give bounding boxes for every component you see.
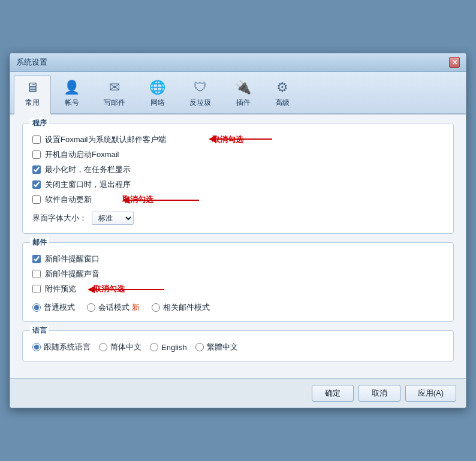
label-attachment-preview: 附件预览 <box>45 284 76 294</box>
checkbox-default-client-row: 设置Foxmail为系统默认邮件客户端 <box>32 134 166 145</box>
checkbox-new-mail-sound[interactable] <box>32 270 41 278</box>
tab-general-label: 常用 <box>25 98 40 108</box>
radio-normal-mode[interactable]: 普通模式 <box>32 302 75 313</box>
font-size-row: 界面字体大小： 小 标准 大 <box>32 212 444 225</box>
tab-bar: 🖥 常用 👤 帐号 ✉ 写邮件 🌐 网络 🛡 反垃圾 🔌 插件 ⚙ 高级 <box>10 72 466 115</box>
program-section: 程序 设置Foxmail为系统默认邮件客户端 取消勾选 <box>22 123 454 234</box>
label-follow-system: 跟随系统语言 <box>44 342 91 352</box>
tab-antispam[interactable]: 🛡 反垃圾 <box>178 76 222 113</box>
radio-follow-system[interactable]: 跟随系统语言 <box>32 342 91 352</box>
label-autostart: 开机自动启动Foxmail <box>45 149 119 160</box>
tab-plugin[interactable]: 🔌 插件 <box>224 76 263 113</box>
radio-simplified-chinese-input[interactable] <box>99 343 107 351</box>
label-related-mode: 相关邮件模式 <box>163 302 210 313</box>
tab-compose[interactable]: ✉ 写邮件 <box>92 76 137 113</box>
radio-simplified-chinese[interactable]: 简体中文 <box>99 342 141 352</box>
apply-button[interactable]: 应用(A) <box>405 385 456 402</box>
program-section-title: 程序 <box>30 118 49 128</box>
radio-english[interactable]: English <box>150 343 187 352</box>
bottom-bar: 确定 取消 应用(A) <box>10 378 466 408</box>
radio-related-mode-input[interactable] <box>152 303 160 312</box>
checkbox-attachment-preview[interactable] <box>32 285 41 293</box>
new-badge: 新 <box>132 303 140 312</box>
tab-advanced-label: 高级 <box>275 98 290 108</box>
checkbox-autostart-row: 开机自动启动Foxmail <box>32 149 444 160</box>
font-size-label: 界面字体大小： <box>32 213 87 224</box>
tab-network-label: 网络 <box>150 98 165 108</box>
checkbox-new-mail-sound-row: 新邮件提醒声音 <box>32 269 444 279</box>
label-traditional-chinese: 繁體中文 <box>207 342 238 352</box>
title-bar: 系统设置 ✕ <box>10 53 466 72</box>
general-icon: 🖥 <box>26 80 39 95</box>
tab-network[interactable]: 🌐 网络 <box>138 76 177 113</box>
tab-account-label: 帐号 <box>65 98 79 108</box>
window-title: 系统设置 <box>16 57 47 68</box>
mail-section: 邮件 新邮件提醒窗口 新邮件提醒声音 附件预览 <box>22 242 454 322</box>
tab-antispam-label: 反垃圾 <box>189 98 211 108</box>
mail-section-title: 邮件 <box>30 237 49 248</box>
label-simplified-chinese: 简体中文 <box>110 342 141 352</box>
radio-normal-mode-input[interactable] <box>32 303 41 312</box>
close-button[interactable]: ✕ <box>449 57 460 68</box>
radio-traditional-chinese[interactable]: 繁體中文 <box>195 342 238 352</box>
language-section: 语言 跟随系统语言 简体中文 English <box>22 330 454 361</box>
tab-plugin-label: 插件 <box>236 98 251 108</box>
annotation-2: 取消勾选 <box>122 194 153 205</box>
checkbox-new-mail-popup[interactable] <box>32 255 41 263</box>
checkbox-close-exit-row: 关闭主窗口时，退出程序 <box>32 179 444 190</box>
label-new-mail-sound: 新邮件提醒声音 <box>45 269 100 279</box>
checkbox-autostart[interactable] <box>32 150 41 159</box>
checkbox-minimize-tray-row: 最小化时，在任务栏显示 <box>32 164 444 175</box>
network-icon: 🌐 <box>149 80 165 95</box>
compose-icon: ✉ <box>109 80 120 95</box>
annotation-3: 取消勾选 <box>94 284 125 294</box>
label-minimize-tray: 最小化时，在任务栏显示 <box>45 164 131 175</box>
label-new-mail-popup: 新邮件提醒窗口 <box>45 254 100 264</box>
checkbox-autoupdate[interactable] <box>32 195 41 204</box>
label-normal-mode: 普通模式 <box>44 302 75 313</box>
checkbox-autoupdate-row: 软件自动更新 <box>32 194 92 205</box>
label-conversation-mode: 会话模式 新 <box>98 302 140 313</box>
language-section-body: 跟随系统语言 简体中文 English 繁體中文 <box>32 342 444 352</box>
font-size-select[interactable]: 小 标准 大 <box>92 212 134 225</box>
language-section-title: 语言 <box>30 326 49 336</box>
radio-conversation-mode-input[interactable] <box>87 303 95 312</box>
tab-general[interactable]: 🖥 常用 <box>14 76 51 115</box>
checkbox-new-mail-popup-row: 新邮件提醒窗口 <box>32 254 444 264</box>
account-icon: 👤 <box>64 80 80 95</box>
ok-button[interactable]: 确定 <box>312 385 354 402</box>
tab-compose-label: 写邮件 <box>104 98 125 108</box>
checkbox-default-client[interactable] <box>32 135 41 144</box>
label-close-exit: 关闭主窗口时，退出程序 <box>45 179 131 190</box>
antispam-icon: 🛡 <box>194 80 207 95</box>
cancel-button[interactable]: 取消 <box>358 385 400 402</box>
mail-section-body: 新邮件提醒窗口 新邮件提醒声音 附件预览 <box>32 254 444 313</box>
system-settings-window: 系统设置 ✕ 🖥 常用 👤 帐号 ✉ 写邮件 🌐 网络 🛡 反垃圾 🔌 插件 <box>10 53 466 408</box>
plugin-icon: 🔌 <box>235 80 251 95</box>
tab-advanced[interactable]: ⚙ 高级 <box>264 76 301 113</box>
checkbox-minimize-tray[interactable] <box>32 165 41 174</box>
annotation-1: 取消勾选 <box>212 134 243 145</box>
label-autoupdate: 软件自动更新 <box>45 194 92 205</box>
checkbox-close-exit[interactable] <box>32 180 41 189</box>
language-radio-row: 跟随系统语言 简体中文 English 繁體中文 <box>32 342 444 352</box>
radio-follow-system-input[interactable] <box>32 343 41 351</box>
radio-related-mode[interactable]: 相关邮件模式 <box>152 302 210 313</box>
checkbox-attachment-preview-row: 附件预览 <box>32 284 76 294</box>
label-default-client: 设置Foxmail为系统默认邮件客户端 <box>45 134 166 145</box>
mode-radio-row: 普通模式 会话模式 新 相关邮件模式 <box>32 302 444 313</box>
label-english: English <box>161 343 187 352</box>
tab-account[interactable]: 👤 帐号 <box>52 76 91 113</box>
radio-traditional-chinese-input[interactable] <box>195 343 204 351</box>
content-area: 程序 设置Foxmail为系统默认邮件客户端 取消勾选 <box>10 115 466 378</box>
radio-conversation-mode[interactable]: 会话模式 新 <box>87 302 140 313</box>
program-section-body: 设置Foxmail为系统默认邮件客户端 取消勾选 开机自动启动Foxmail <box>32 134 444 225</box>
advanced-icon: ⚙ <box>276 80 288 95</box>
radio-english-input[interactable] <box>150 343 158 351</box>
